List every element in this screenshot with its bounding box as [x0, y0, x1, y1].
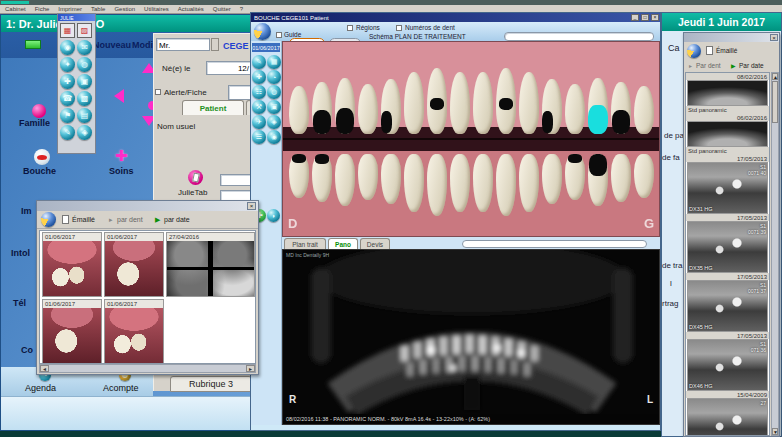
par-dent-radio[interactable]: par dent [117, 216, 143, 223]
palette-tool-icon[interactable]: ✦ [60, 57, 75, 72]
tooth[interactable] [358, 84, 378, 134]
history-item-intraoral[interactable]: 15/04/200927 [686, 391, 769, 436]
julietab-icon[interactable] [188, 170, 203, 185]
menu-item[interactable]: Fiche [35, 6, 50, 12]
palette-tool-icon[interactable]: ▦ [60, 23, 75, 38]
gallery-icon[interactable] [41, 212, 56, 227]
history-item-panoramic[interactable]: 06/02/2016Std panoramic [686, 114, 769, 155]
chart-tool-icon[interactable]: ◉ [267, 130, 281, 144]
sidebar-label-intolerance[interactable]: Intol [11, 248, 30, 258]
form-field-1[interactable] [220, 174, 252, 186]
tooth[interactable] [427, 154, 447, 216]
tooth[interactable] [565, 84, 585, 134]
chart-tool-icon[interactable]: ✚ [252, 70, 266, 84]
tooth[interactable] [519, 72, 539, 134]
tooth[interactable] [565, 154, 585, 200]
tooth[interactable] [542, 154, 562, 204]
mouth-icon[interactable] [34, 149, 50, 165]
palette-tool-icon[interactable]: ◍ [77, 57, 92, 72]
tooth[interactable] [611, 154, 631, 202]
chart-tool-icon[interactable]: ✎ [252, 55, 266, 69]
close-icon[interactable]: × [247, 202, 256, 210]
tab-plan-trait[interactable]: Plan trait [284, 238, 326, 249]
tooth-chart[interactable]: D G [282, 41, 660, 237]
bouche-button[interactable]: Bouche [23, 166, 56, 176]
palette-tool-icon[interactable]: ◉ [60, 40, 75, 55]
scroll-right-icon[interactable]: ▸ [246, 365, 255, 372]
par-date-radio[interactable]: Par date [739, 62, 764, 69]
zoom-slider[interactable] [462, 240, 647, 248]
minimize-icon[interactable]: _ [631, 14, 639, 21]
menu-item[interactable]: ? [240, 6, 243, 12]
emaille-label[interactable]: Émaillé [72, 216, 95, 223]
tooth[interactable] [312, 82, 332, 134]
guide-checkbox[interactable] [276, 32, 282, 38]
chart-tool-icon[interactable]: ◍ [267, 85, 281, 99]
palette-tool-icon[interactable]: ▣ [77, 74, 92, 89]
book-icon[interactable] [254, 23, 271, 40]
soins-cross-icon[interactable]: ✚ [115, 147, 128, 165]
nav-left-arrow[interactable] [114, 89, 124, 103]
alert-checkbox[interactable] [155, 89, 161, 95]
par-date-radio-arrow[interactable]: ▶ [155, 216, 160, 224]
scroll-down-icon[interactable]: ▼ [772, 428, 778, 435]
tooth[interactable] [634, 154, 654, 198]
emaille-label[interactable]: Émaillé [716, 47, 737, 54]
xray-history-titlebar[interactable] [684, 33, 779, 42]
sidebar-label-telephone[interactable]: Tél [13, 298, 26, 308]
palette-tool-icon[interactable]: ▨ [77, 23, 92, 38]
history-item-intraoral[interactable]: 17/05/2013S10071 40DX31 HG [686, 155, 769, 214]
palette-tool-icon[interactable]: ☎ [60, 91, 75, 106]
palette-tool-icon[interactable]: ▤ [77, 108, 92, 123]
menu-item[interactable]: Table [91, 6, 105, 12]
chart-tool-icon[interactable]: ⚒ [252, 100, 266, 114]
chart-tool-icon[interactable]: ◔ [267, 70, 281, 84]
gallery-icon[interactable] [687, 44, 701, 58]
palette-tool-icon[interactable]: ◈ [77, 125, 92, 140]
photo-window-titlebar[interactable] [37, 201, 258, 211]
tooth[interactable] [289, 154, 309, 198]
tab-devis[interactable]: Devis [360, 238, 390, 249]
tooth[interactable] [335, 78, 355, 134]
alert-field[interactable] [228, 85, 252, 100]
scrollbar-thumb[interactable] [772, 81, 778, 123]
tooth[interactable] [381, 154, 401, 204]
close-icon[interactable]: × [770, 34, 778, 41]
horizontal-scrollbar[interactable]: ◂ ▸ [39, 364, 256, 373]
menu-item[interactable]: Gestion [114, 6, 135, 12]
chart-tool-icon[interactable]: ☷ [252, 85, 266, 99]
schema-label[interactable]: Schéma PLAN DE TRAITEMENT [369, 33, 466, 40]
tooth[interactable] [358, 154, 378, 200]
tooth[interactable] [496, 154, 516, 216]
tooth[interactable] [519, 154, 539, 212]
xray-thumbnail[interactable]: 27/04/2016 [166, 232, 255, 297]
regions-checkbox[interactable] [347, 25, 353, 31]
menu-item[interactable]: Quitter [213, 6, 231, 12]
tooth-tool-icon[interactable]: ◗ [267, 209, 280, 222]
birthdate-field[interactable]: 12/ [206, 61, 252, 75]
schema-field[interactable] [504, 32, 654, 41]
tooth[interactable] [542, 79, 562, 134]
palette-tool-icon[interactable]: ▩ [77, 91, 92, 106]
tooth[interactable] [450, 72, 470, 134]
history-item-intraoral[interactable]: 17/05/2013S1071 36DX46 HG [686, 332, 769, 391]
palette-tool-icon[interactable]: ⚑ [60, 108, 75, 123]
tab-pano[interactable]: Pano [328, 238, 358, 249]
history-item-intraoral[interactable]: 17/05/2013S10071 39DX35 HG [686, 214, 769, 273]
chart-tool-icon[interactable]: ▦ [267, 55, 281, 69]
photo-thumbnail[interactable]: 01/06/2017 [42, 232, 102, 297]
tooth[interactable] [473, 72, 493, 134]
tooth[interactable] [381, 79, 401, 134]
tooth[interactable] [335, 154, 355, 206]
par-dent-radio[interactable]: Par dent [696, 62, 721, 69]
tooth[interactable] [473, 154, 493, 212]
scroll-left-icon[interactable]: ◂ [40, 365, 49, 372]
maximize-icon[interactable]: □ [641, 14, 649, 21]
tooth[interactable] [427, 68, 447, 134]
menu-item[interactable]: Utilitaires [144, 6, 169, 12]
chart-tool-icon[interactable]: ▣ [267, 100, 281, 114]
agenda-button[interactable]: Agenda [25, 383, 56, 393]
tooth[interactable] [496, 68, 516, 134]
tab-rubrique-3[interactable]: Rubrique 3 [170, 376, 252, 392]
scroll-up-icon[interactable]: ▲ [772, 73, 778, 80]
